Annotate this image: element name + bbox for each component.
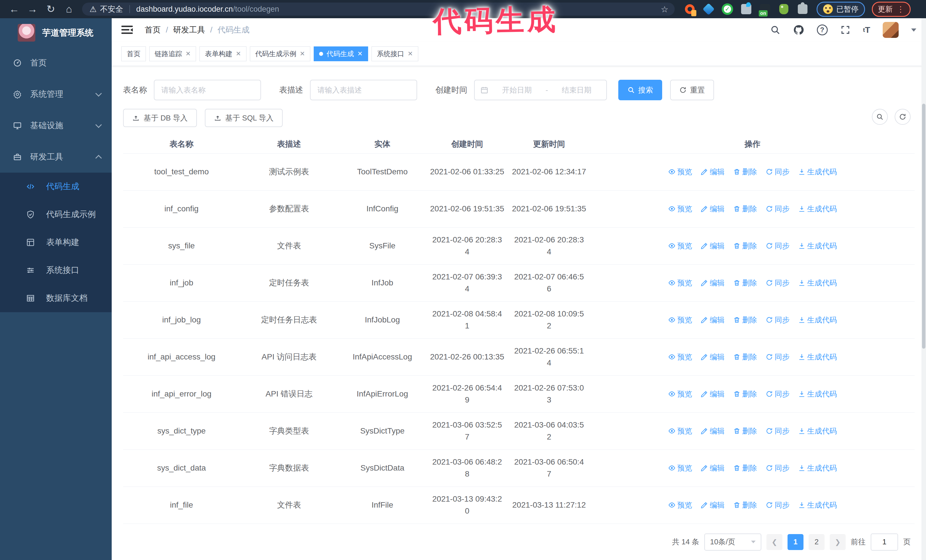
date-range-picker[interactable]: 开始日期 - 结束日期 xyxy=(474,80,607,100)
action-download-link[interactable]: 生成代码 xyxy=(798,463,837,474)
sidebar-item-codegen[interactable]: 代码生成 xyxy=(0,173,112,201)
extension-icon-orange[interactable] xyxy=(684,3,696,15)
action-sync-link[interactable]: 同步 xyxy=(766,278,790,288)
action-sync-link[interactable]: 同步 xyxy=(766,463,790,474)
extension-icon-adguard[interactable]: ✓ xyxy=(722,3,733,15)
action-download-link[interactable]: 生成代码 xyxy=(798,352,837,362)
action-trash-link[interactable]: 删除 xyxy=(733,166,757,177)
action-download-link[interactable]: 生成代码 xyxy=(798,278,837,288)
action-trash-link[interactable]: 删除 xyxy=(733,388,757,400)
action-eye-link[interactable]: 预览 xyxy=(668,203,692,214)
breadcrumb-home[interactable]: 首页 xyxy=(145,24,161,35)
sidebar-item-codegen-example[interactable]: 代码生成示例 xyxy=(0,201,112,228)
action-eye-link[interactable]: 预览 xyxy=(668,388,692,400)
tab-tracing[interactable]: 链路追踪✕ xyxy=(149,47,196,61)
action-sync-link[interactable]: 同步 xyxy=(766,426,790,437)
action-eye-link[interactable]: 预览 xyxy=(668,500,692,511)
browser-reload-button[interactable]: ↻ xyxy=(42,2,60,17)
tab-codegen-example[interactable]: 代码生成示例✕ xyxy=(250,47,310,61)
browser-back-button[interactable]: ← xyxy=(5,2,23,17)
action-sync-link[interactable]: 同步 xyxy=(766,388,790,400)
action-sync-link[interactable]: 同步 xyxy=(766,314,790,326)
extension-icon-switch[interactable]: on xyxy=(759,3,771,15)
action-download-link[interactable]: 生成代码 xyxy=(798,203,837,214)
sidebar-item-system[interactable]: 系统管理 xyxy=(0,78,112,110)
action-pencil-link[interactable]: 编辑 xyxy=(701,314,725,326)
sidebar-item-form-builder[interactable]: 表单构建 xyxy=(0,228,112,257)
breadcrumb-devtools[interactable]: 研发工具 xyxy=(173,24,205,35)
extension-icon-gem[interactable] xyxy=(703,3,714,15)
chevron-down-icon[interactable] xyxy=(911,29,916,32)
close-icon[interactable]: ✕ xyxy=(408,50,413,57)
start-date-placeholder[interactable]: 开始日期 xyxy=(493,85,541,95)
action-eye-link[interactable]: 预览 xyxy=(668,352,692,362)
action-eye-link[interactable]: 预览 xyxy=(668,314,692,326)
avatar[interactable] xyxy=(883,22,899,38)
action-pencil-link[interactable]: 编辑 xyxy=(701,240,725,252)
action-eye-link[interactable]: 预览 xyxy=(668,240,692,252)
action-pencil-link[interactable]: 编辑 xyxy=(701,388,725,400)
import-db-button[interactable]: 基于 DB 导入 xyxy=(123,109,197,127)
browser-update-button[interactable]: 更新 ⋮ xyxy=(872,2,911,17)
action-trash-link[interactable]: 删除 xyxy=(733,203,757,214)
next-page-button[interactable]: ❯ xyxy=(830,534,846,550)
action-trash-link[interactable]: 删除 xyxy=(733,463,757,474)
action-download-link[interactable]: 生成代码 xyxy=(798,240,837,252)
action-sync-link[interactable]: 同步 xyxy=(766,203,790,214)
puzzle-icon[interactable] xyxy=(797,3,809,15)
action-pencil-link[interactable]: 编辑 xyxy=(701,426,725,437)
fullscreen-icon[interactable] xyxy=(840,25,850,35)
action-download-link[interactable]: 生成代码 xyxy=(798,426,837,437)
browser-home-button[interactable]: ⌂ xyxy=(60,2,78,17)
search-button[interactable]: 搜索 xyxy=(618,80,662,100)
action-eye-link[interactable]: 预览 xyxy=(668,426,692,437)
extension-icon-grid[interactable] xyxy=(740,3,752,15)
action-pencil-link[interactable]: 编辑 xyxy=(701,500,725,511)
action-trash-link[interactable]: 删除 xyxy=(733,500,757,511)
action-eye-link[interactable]: 预览 xyxy=(668,463,692,474)
collapse-sidebar-icon[interactable] xyxy=(121,26,133,34)
toggle-search-button[interactable] xyxy=(872,109,888,125)
address-bar[interactable]: ⚠ 不安全 dashboard.yudao.iocoder.cn/tool/co… xyxy=(82,3,675,16)
tab-system-api[interactable]: 系统接口✕ xyxy=(372,47,418,61)
window-scrollbar-thumb[interactable] xyxy=(922,104,925,349)
close-icon[interactable]: ✕ xyxy=(357,50,362,57)
browser-menu-icon[interactable]: ⋮ xyxy=(897,5,905,14)
action-eye-link[interactable]: 预览 xyxy=(668,278,692,288)
action-sync-link[interactable]: 同步 xyxy=(766,240,790,252)
search-icon[interactable] xyxy=(770,25,781,35)
action-pencil-link[interactable]: 编辑 xyxy=(701,352,725,362)
action-trash-link[interactable]: 删除 xyxy=(733,352,757,362)
close-icon[interactable]: ✕ xyxy=(300,50,305,57)
page-button-2[interactable]: 2 xyxy=(809,534,825,550)
sidebar-item-devtools[interactable]: 研发工具 xyxy=(0,141,112,173)
close-icon[interactable]: ✕ xyxy=(236,50,241,57)
table-name-input[interactable] xyxy=(154,80,261,100)
paused-badge[interactable]: 已暂停 xyxy=(817,2,865,17)
goto-page-input[interactable] xyxy=(871,533,898,551)
sidebar-item-home[interactable]: 首页 xyxy=(0,47,112,78)
action-trash-link[interactable]: 删除 xyxy=(733,240,757,252)
tab-codegen[interactable]: 代码生成✕ xyxy=(314,47,368,61)
action-download-link[interactable]: 生成代码 xyxy=(798,314,837,326)
window-scrollbar-track[interactable] xyxy=(921,18,926,560)
refresh-button[interactable] xyxy=(895,109,911,125)
action-download-link[interactable]: 生成代码 xyxy=(798,500,837,511)
table-desc-input[interactable] xyxy=(310,80,417,100)
action-download-link[interactable]: 生成代码 xyxy=(798,388,837,400)
sidebar-item-api[interactable]: 系统接口 xyxy=(0,257,112,284)
sidebar-item-infra[interactable]: 基础设施 xyxy=(0,110,112,141)
font-size-icon[interactable]: tT xyxy=(863,25,870,35)
action-pencil-link[interactable]: 编辑 xyxy=(701,463,725,474)
action-download-link[interactable]: 生成代码 xyxy=(798,166,837,177)
reset-button[interactable]: 重置 xyxy=(670,80,714,100)
close-icon[interactable]: ✕ xyxy=(186,50,191,57)
page-button-1[interactable]: 1 xyxy=(788,534,803,550)
action-sync-link[interactable]: 同步 xyxy=(766,166,790,177)
action-trash-link[interactable]: 删除 xyxy=(733,314,757,326)
prev-page-button[interactable]: ❮ xyxy=(766,534,782,550)
action-trash-link[interactable]: 删除 xyxy=(733,278,757,288)
action-sync-link[interactable]: 同步 xyxy=(766,352,790,362)
browser-forward-button[interactable]: → xyxy=(23,2,42,17)
action-eye-link[interactable]: 预览 xyxy=(668,166,692,177)
